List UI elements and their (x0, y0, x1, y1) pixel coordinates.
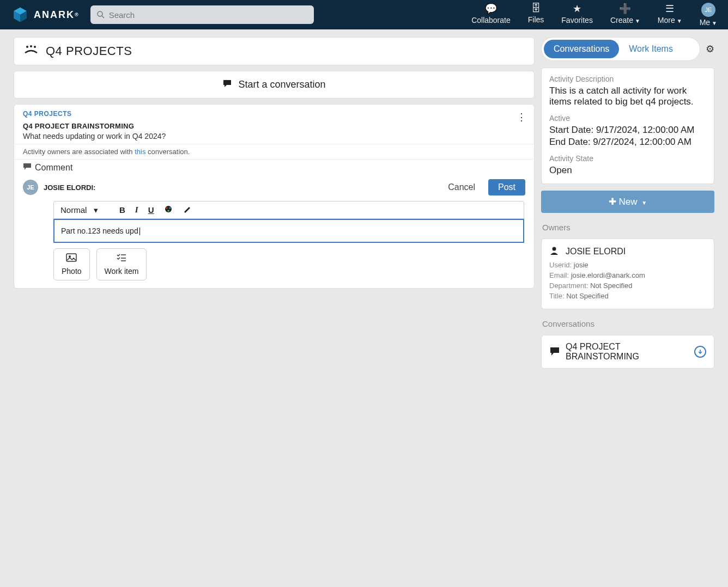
state-label: Activity State (549, 154, 706, 163)
breadcrumb[interactable]: Q4 PROJECTS (23, 110, 525, 118)
svg-rect-12 (66, 254, 76, 261)
more-menu-button[interactable]: ⋮ (517, 111, 526, 123)
star-icon: ★ (573, 3, 581, 15)
activity-desc-label: Activity Description (549, 75, 706, 83)
underline-button[interactable]: U (148, 205, 154, 215)
svg-point-11 (167, 210, 169, 212)
conversation-title: Q4 PROJECT BRAINSTORMING (23, 122, 525, 130)
attach-workitem-button[interactable]: Work item (96, 248, 147, 280)
search-icon (96, 10, 106, 20)
cube-icon (11, 5, 29, 24)
text-cursor-icon (139, 228, 140, 235)
svg-line-4 (102, 16, 104, 18)
post-button[interactable]: Post (488, 179, 525, 195)
nav-label: Files (528, 15, 544, 24)
commenter-name: JOSIE ELORDI: (44, 184, 95, 192)
nav-create[interactable]: ➕ Create▼ (610, 3, 640, 27)
comment-section: Comment JE JOSIE ELORDI: Cancel Post Nor… (14, 159, 534, 280)
attach-photo-button[interactable]: Photo (53, 248, 90, 280)
nav-favorites[interactable]: ★ Favorites (561, 3, 593, 27)
activity-desc: This is a catch all activity for work it… (549, 85, 706, 107)
nav-files[interactable]: 🗄 Files (528, 3, 544, 27)
owner-name: JOSIE ELORDI (566, 247, 626, 256)
brand-text: ANARK (34, 9, 75, 21)
attach-photo-label: Photo (62, 267, 82, 276)
svg-point-9 (166, 207, 167, 209)
highlight-button[interactable] (183, 205, 191, 215)
end-date: End Date: 9/27/2024, 12:00:00 AM (549, 137, 706, 148)
speech-bubble-icon (549, 346, 560, 358)
owner-dept: Department: Not Specified (549, 282, 706, 290)
activity-info-card: Activity Description This is a catch all… (541, 68, 714, 184)
svg-point-17 (553, 247, 556, 251)
cancel-button[interactable]: Cancel (448, 182, 475, 192)
conversation-list-item[interactable]: Q4 PROJECT BRAINSTORMING (541, 335, 714, 369)
menu-icon: ☰ (665, 3, 674, 15)
owners-section-label: Owners (542, 223, 713, 232)
tab-conversations[interactable]: Conversations (544, 40, 619, 58)
owner-email: Email: josie.elordi@anark.com (549, 271, 706, 279)
comment-input[interactable]: Part no.123 needs upd (53, 219, 524, 243)
settings-button[interactable]: ⚙ (706, 43, 714, 55)
plus-circle-icon: ➕ (619, 3, 631, 15)
active-label: Active (549, 114, 706, 123)
nav-collaborate[interactable]: 💬 Collaborate (471, 3, 511, 27)
nav-label: Me▼ (700, 18, 717, 27)
conversation-list-title: Q4 PROJECT BRAINSTORMING (566, 342, 689, 362)
conversations-section-label: Conversations (542, 319, 713, 328)
side-tabs: Conversations Work Items (541, 37, 700, 61)
svg-point-7 (34, 46, 36, 48)
download-arrow-icon (697, 349, 703, 354)
nav-label: Favorites (561, 16, 593, 25)
comment-header-label: Comment (35, 163, 72, 173)
nav-label: Create▼ (610, 16, 640, 25)
owners-note: Activity owners are associated with this… (14, 144, 534, 159)
state-value: Open (549, 165, 706, 176)
format-select[interactable]: Normal ▾ (60, 205, 110, 215)
start-date: Start Date: 9/17/2024, 12:00:00 AM (549, 125, 706, 136)
person-icon (549, 246, 559, 258)
comment-icon (23, 163, 32, 173)
svg-point-6 (30, 45, 32, 47)
conversation-body: What needs updating or work in Q4 2024? (23, 132, 525, 140)
text-color-button[interactable] (164, 205, 173, 215)
italic-button[interactable]: I (135, 205, 138, 215)
photo-icon (66, 253, 77, 265)
owner-userid: Userid: josie (549, 261, 706, 269)
start-conversation-button[interactable]: Start a conversation (14, 71, 535, 99)
owners-note-link[interactable]: this (135, 148, 145, 156)
svg-point-3 (98, 11, 102, 16)
commenter-avatar: JE (23, 180, 38, 195)
tab-work-items[interactable]: Work Items (619, 40, 683, 58)
chat-bubbles-icon: 💬 (485, 3, 497, 15)
svg-point-5 (26, 46, 28, 48)
plus-icon: ✚ (609, 197, 616, 207)
page-header: Q4 PROJECTS (14, 37, 535, 65)
side-tabs-row: Conversations Work Items ⚙ (541, 37, 714, 61)
top-nav: ANARK® 💬 Collaborate 🗄 Files ★ Favorites… (0, 0, 728, 29)
checklist-icon (116, 253, 127, 265)
new-button[interactable]: ✚ New ▼ (541, 191, 714, 213)
editor: Normal ▾ B I U Part no.123 needs upd Pho… (53, 201, 524, 280)
chevron-down-icon: ▼ (641, 200, 647, 206)
bold-button[interactable]: B (119, 205, 125, 215)
start-conversation-label: Start a conversation (238, 79, 325, 90)
nav-label: Collaborate (471, 16, 511, 25)
attach-workitem-label: Work item (105, 267, 139, 276)
nav-me[interactable]: JE Me▼ (700, 3, 717, 27)
download-button[interactable] (694, 346, 706, 358)
archive-icon: 🗄 (531, 3, 541, 14)
nav-items: 💬 Collaborate 🗄 Files ★ Favorites ➕ Crea… (471, 3, 717, 27)
brand-logo[interactable]: ANARK® (11, 5, 80, 24)
owners-note-post: conversation. (145, 148, 190, 156)
search-input[interactable] (90, 5, 314, 24)
owner-title: Title: Not Specified (549, 292, 706, 300)
editor-toolbar: Normal ▾ B I U (53, 201, 524, 219)
owners-note-pre: Activity owners are associated with (23, 148, 135, 156)
svg-point-10 (169, 207, 171, 209)
search-wrap (90, 5, 314, 24)
nav-label: More▼ (658, 16, 682, 25)
avatar-icon: JE (701, 3, 715, 17)
nav-more[interactable]: ☰ More▼ (658, 3, 682, 27)
conversation-card: Q4 PROJECTS Q4 PROJECT BRAINSTORMING Wha… (14, 104, 535, 289)
